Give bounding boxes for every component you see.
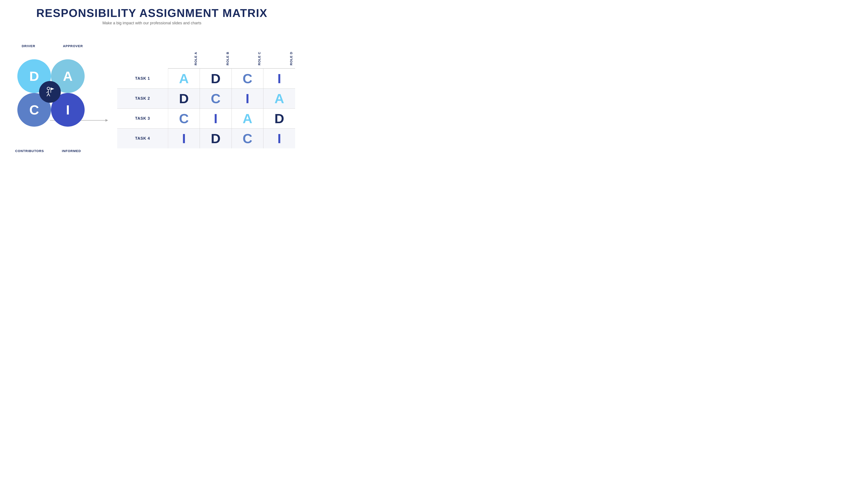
matrix-cell-r1-c3: C	[231, 68, 263, 89]
svg-point-0	[47, 87, 50, 90]
matrix-cell-r1-c1: A	[168, 68, 199, 89]
circles-container: D A C I	[13, 53, 104, 144]
person-flag-icon	[43, 85, 56, 98]
matrix-header-row: ROLE A ROLE B ROLE C ROLE D	[117, 48, 295, 69]
matrix-cell-r2-c2: C	[200, 89, 231, 109]
matrix-row-2: TASK 2DCIA	[117, 89, 295, 109]
responsibility-matrix-table: ROLE A ROLE B ROLE C ROLE D TASK 1ADCITA…	[117, 48, 295, 149]
matrix-cell-r3-c3: A	[231, 109, 263, 128]
matrix-cell-r1-c2: D	[200, 68, 231, 89]
svg-line-4	[49, 94, 50, 96]
task-label-2: TASK 2	[117, 89, 168, 109]
col-header-role-a: ROLE A	[168, 48, 199, 69]
matrix-cell-r4-c1: I	[168, 128, 199, 149]
matrix-cell-r1-c4: I	[264, 68, 295, 89]
matrix-cell-r4-c2: D	[200, 128, 231, 149]
svg-line-2	[46, 91, 49, 93]
informed-label: INFORMED	[62, 149, 81, 153]
matrix-cell-r2-c4: A	[264, 89, 295, 109]
matrix-cell-r4-c3: C	[231, 128, 263, 149]
circle-center	[39, 81, 61, 103]
page-subtitle: Make a big impact with our professional …	[36, 21, 268, 25]
matrix-row-4: TASK 4IDCI	[117, 128, 295, 149]
matrix-cell-r2-c3: I	[231, 89, 263, 109]
task-label-3: TASK 3	[117, 109, 168, 128]
driver-label: DRIVER	[22, 44, 35, 48]
approver-label: APPROVER	[63, 44, 83, 48]
page-header: RESPONSIBILITY ASSIGNMENT MATRIX Make a …	[36, 6, 268, 25]
matrix-row-1: TASK 1ADCI	[117, 68, 295, 89]
circle-i-letter: I	[66, 102, 70, 117]
svg-marker-6	[51, 88, 54, 90]
main-content: DRIVER APPROVER D A C I	[9, 30, 295, 167]
circle-a-letter: A	[63, 68, 73, 84]
matrix-cell-r3-c2: I	[200, 109, 231, 128]
svg-line-3	[47, 94, 49, 96]
col-header-role-d: ROLE D	[264, 48, 295, 69]
contributors-label: CONTRIBUTORS	[15, 149, 44, 153]
daci-diagram: DRIVER APPROVER D A C I	[9, 42, 113, 155]
matrix-corner	[117, 48, 168, 69]
matrix-cell-r4-c4: I	[264, 128, 295, 149]
matrix-section: ROLE A ROLE B ROLE C ROLE D TASK 1ADCITA…	[117, 48, 295, 149]
matrix-cell-r3-c4: D	[264, 109, 295, 128]
page-title: RESPONSIBILITY ASSIGNMENT MATRIX	[36, 6, 268, 20]
matrix-cell-r3-c1: C	[168, 109, 199, 128]
circle-d-letter: D	[29, 68, 39, 84]
col-header-role-c: ROLE C	[231, 48, 263, 69]
col-header-role-b: ROLE B	[200, 48, 231, 69]
matrix-cell-r2-c1: D	[168, 89, 199, 109]
task-label-1: TASK 1	[117, 68, 168, 89]
circle-c-letter: C	[29, 102, 39, 117]
matrix-row-3: TASK 3CIAD	[117, 109, 295, 128]
task-label-4: TASK 4	[117, 128, 168, 149]
